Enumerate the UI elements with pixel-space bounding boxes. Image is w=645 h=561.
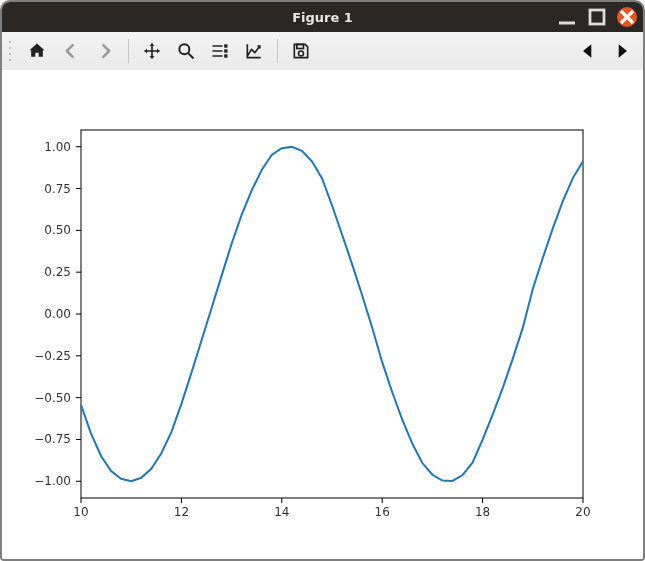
x-tick-label: 20 <box>575 505 590 519</box>
svg-rect-13 <box>224 54 227 57</box>
forward-icon <box>95 41 115 61</box>
svg-marker-16 <box>583 44 591 57</box>
y-tick-label: 0.25 <box>44 265 71 279</box>
svg-point-15 <box>299 51 304 56</box>
maximize-button[interactable] <box>587 7 607 27</box>
window-title: Figure 1 <box>292 10 353 25</box>
x-tick-label: 18 <box>475 505 490 519</box>
y-tick-label: 0.50 <box>44 223 71 237</box>
chart: 101214161820−1.00−0.75−0.50−0.250.000.25… <box>2 70 643 559</box>
svg-point-6 <box>179 44 189 54</box>
triangle-left-icon <box>578 41 598 61</box>
svg-rect-1 <box>590 10 604 24</box>
x-tick-label: 10 <box>73 505 88 519</box>
toolbar-separator <box>128 39 129 63</box>
toolbar-separator <box>277 39 278 63</box>
x-tick-label: 14 <box>274 505 289 519</box>
minimize-button[interactable] <box>557 7 577 27</box>
save-icon <box>291 41 311 61</box>
svg-rect-14 <box>297 44 304 48</box>
prev-view-button[interactable] <box>573 36 603 66</box>
y-tick-label: −0.25 <box>34 349 71 363</box>
zoom-icon <box>176 41 196 61</box>
forward-button[interactable] <box>90 36 120 66</box>
y-tick-label: −1.00 <box>34 474 71 488</box>
y-tick-label: 1.00 <box>44 140 71 154</box>
zoom-button[interactable] <box>171 36 201 66</box>
toolbar-grip[interactable] <box>8 40 14 62</box>
back-button[interactable] <box>56 36 86 66</box>
toolbar <box>2 32 643 71</box>
subplots-icon <box>210 41 230 61</box>
home-button[interactable] <box>22 36 52 66</box>
home-icon <box>27 41 47 61</box>
window-titlebar[interactable]: Figure 1 <box>2 2 643 32</box>
next-view-button[interactable] <box>607 36 637 66</box>
axes-button[interactable] <box>239 36 269 66</box>
y-tick-label: 0.75 <box>44 182 71 196</box>
svg-marker-17 <box>619 44 627 57</box>
save-button[interactable] <box>286 36 316 66</box>
y-tick-label: −0.75 <box>34 432 71 446</box>
y-tick-label: 0.00 <box>44 307 71 321</box>
svg-line-7 <box>189 54 194 59</box>
plot-area[interactable]: 101214161820−1.00−0.75−0.50−0.250.000.25… <box>2 70 643 559</box>
axes-icon <box>244 41 264 61</box>
window: Figure 1 <box>2 2 643 559</box>
triangle-right-icon <box>612 41 632 61</box>
svg-rect-11 <box>224 44 227 47</box>
subplots-button[interactable] <box>205 36 235 66</box>
pan-icon <box>142 41 162 61</box>
window-controls <box>557 2 637 32</box>
axes-frame <box>81 130 583 498</box>
close-button[interactable] <box>617 7 637 27</box>
y-tick-label: −0.50 <box>34 391 71 405</box>
back-icon <box>61 41 81 61</box>
pan-button[interactable] <box>137 36 167 66</box>
x-tick-label: 16 <box>375 505 390 519</box>
x-tick-label: 12 <box>174 505 189 519</box>
svg-rect-12 <box>224 49 227 52</box>
